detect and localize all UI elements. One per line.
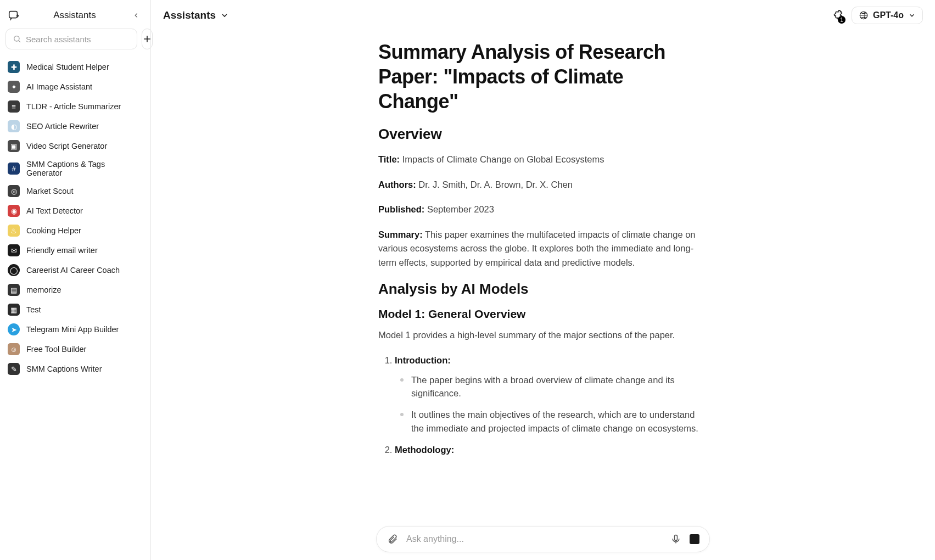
stop-button[interactable]: [690, 534, 699, 544]
chat-input-bar: [376, 526, 710, 552]
model-label: GPT-4o: [873, 10, 904, 20]
sidebar-item-label: SEO Article Rewriter: [26, 122, 99, 131]
meta-label: Summary:: [378, 229, 423, 239]
content-scroll[interactable]: Summary Analysis of Research Paper: "Imp…: [151, 31, 935, 560]
sidebar-item-label: TLDR - Article Summarizer: [26, 102, 121, 111]
list-item-label: Methodology:: [395, 445, 454, 455]
sidebar-item-label: AI Text Detector: [26, 206, 83, 215]
sidebar-item-market-scout[interactable]: ◎Market Scout: [4, 181, 146, 201]
sidebar-item-label: Video Script Generator: [26, 142, 107, 150]
sidebar-item-telegram[interactable]: ➤Telegram Mini App Builder: [4, 320, 146, 339]
sidebar-item-label: Telegram Mini App Builder: [26, 325, 119, 334]
bullet-item: It outlines the main objectives of the r…: [397, 408, 708, 435]
list-item: Introduction: The paper begins with a br…: [395, 354, 708, 435]
model1-list: Introduction: The paper begins with a br…: [378, 354, 708, 457]
sidebar-item-label: Market Scout: [26, 187, 73, 195]
svg-rect-3: [675, 535, 678, 541]
sidebar-item-label: SMM Captions Writer: [26, 365, 102, 373]
search-input[interactable]: [26, 35, 130, 44]
assistant-icon: ▦: [8, 304, 20, 316]
mic-button[interactable]: [670, 533, 682, 545]
extensions-button[interactable]: 1: [831, 9, 844, 22]
sidebar-item-test[interactable]: ▦Test: [4, 300, 146, 320]
search-input-wrap[interactable]: [5, 29, 137, 49]
document: Summary Analysis of Research Paper: "Imp…: [378, 40, 708, 457]
assistant-icon: #: [8, 163, 20, 175]
meta-title: Title: Impacts of Climate Change on Glob…: [378, 153, 708, 167]
assistant-icon: ◎: [8, 185, 20, 197]
assistant-icon: ▤: [8, 284, 20, 296]
chevron-down-icon: [908, 12, 916, 19]
main: Assistants 1 GPT-4o Summary Analysis of …: [151, 0, 935, 560]
sidebar-item-smm-captions-tags[interactable]: #SMM Captions & Tags Generator: [4, 156, 146, 181]
sidebar-title: Assistants: [20, 10, 130, 21]
chat-input[interactable]: [406, 534, 662, 544]
breadcrumb-dropdown[interactable]: Assistants: [163, 9, 229, 21]
assistants-list: ✚Medical Student Helper ✦AI Image Assist…: [3, 57, 147, 555]
meta-value: This paper examines the multifaceted imp…: [378, 229, 696, 267]
sidebar-item-medical[interactable]: ✚Medical Student Helper: [4, 57, 146, 77]
meta-value: Dr. J. Smith, Dr. A. Brown, Dr. X. Chen: [416, 180, 573, 189]
meta-label: Title:: [378, 154, 400, 164]
sidebar-item-video-script[interactable]: ▣Video Script Generator: [4, 136, 146, 156]
openai-icon: [859, 10, 869, 20]
sidebar-item-tldr[interactable]: ≡TLDR - Article Summarizer: [4, 97, 146, 116]
sidebar-item-label: Free Tool Builder: [26, 345, 86, 354]
new-chat-icon[interactable]: [8, 9, 20, 21]
sidebar-item-smm-writer[interactable]: ✎SMM Captions Writer: [4, 359, 146, 379]
assistant-icon: ➤: [8, 323, 20, 335]
extensions-count: 1: [838, 16, 846, 24]
collapse-sidebar-button[interactable]: [130, 9, 143, 22]
doc-heading-1: Summary Analysis of Research Paper: "Imp…: [378, 40, 708, 114]
meta-authors: Authors: Dr. J. Smith, Dr. A. Brown, Dr.…: [378, 178, 708, 192]
meta-label: Published:: [378, 204, 424, 214]
assistant-icon: ◉: [8, 205, 20, 217]
model1-intro: Model 1 provides a high-level summary of…: [378, 328, 708, 343]
doc-heading-2-analysis: Analysis by AI Models: [378, 281, 708, 298]
assistant-icon: ▣: [8, 140, 20, 152]
topbar: Assistants 1 GPT-4o: [151, 0, 935, 31]
breadcrumb-label: Assistants: [163, 9, 216, 21]
svg-rect-0: [9, 12, 18, 18]
list-item: Methodology:: [395, 443, 708, 457]
sidebar-item-label: Careerist AI Career Coach: [26, 266, 120, 275]
sidebar-item-seo[interactable]: ◐SEO Article Rewriter: [4, 116, 146, 136]
meta-value: Impacts of Climate Change on Global Ecos…: [400, 154, 604, 164]
sidebar-item-label: Friendly email writer: [26, 246, 98, 255]
meta-summary: Summary: This paper examines the multifa…: [378, 228, 708, 270]
assistant-icon: ≡: [8, 100, 20, 113]
assistant-icon: ✚: [8, 61, 20, 73]
sidebar: Assistants ✚Medical Student Helper ✦AI I…: [0, 0, 151, 560]
bullet-item: The paper begins with a broad overview o…: [397, 373, 708, 401]
assistant-icon: ✎: [8, 363, 20, 375]
sidebar-item-label: memorize: [26, 285, 61, 294]
model-selector[interactable]: GPT-4o: [852, 7, 923, 24]
sidebar-item-ai-image[interactable]: ✦AI Image Assistant: [4, 77, 146, 97]
sidebar-item-ai-text-detector[interactable]: ◉AI Text Detector: [4, 201, 146, 221]
sidebar-search-row: [3, 29, 147, 57]
assistant-icon: ✦: [8, 81, 20, 93]
sidebar-item-label: SMM Captions & Tags Generator: [26, 160, 143, 177]
sidebar-item-cooking[interactable]: ♨Cooking Helper: [4, 221, 146, 240]
sidebar-item-label: Test: [26, 305, 41, 314]
sidebar-item-free-tool[interactable]: ☺Free Tool Builder: [4, 339, 146, 359]
sidebar-item-careerist[interactable]: ◯Careerist AI Career Coach: [4, 260, 146, 280]
svg-point-1: [14, 36, 19, 41]
assistant-icon: ◐: [8, 120, 20, 132]
meta-label: Authors:: [378, 180, 416, 189]
topbar-right: 1 GPT-4o: [831, 7, 923, 24]
sidebar-item-label: Medical Student Helper: [26, 63, 109, 71]
assistant-icon: ♨: [8, 225, 20, 237]
search-icon: [13, 35, 21, 43]
meta-value: September 2023: [424, 204, 494, 214]
sidebar-header: Assistants: [3, 5, 147, 29]
attach-button[interactable]: [387, 533, 399, 545]
assistant-icon: ✉: [8, 244, 20, 256]
assistant-icon: ☺: [8, 343, 20, 355]
list-item-label: Introduction:: [395, 355, 451, 365]
sidebar-item-memorize[interactable]: ▤memorize: [4, 280, 146, 300]
chevron-down-icon: [220, 11, 229, 20]
sidebar-item-email-writer[interactable]: ✉Friendly email writer: [4, 240, 146, 260]
assistant-icon: ◯: [8, 264, 20, 276]
sidebar-item-label: AI Image Assistant: [26, 82, 92, 91]
